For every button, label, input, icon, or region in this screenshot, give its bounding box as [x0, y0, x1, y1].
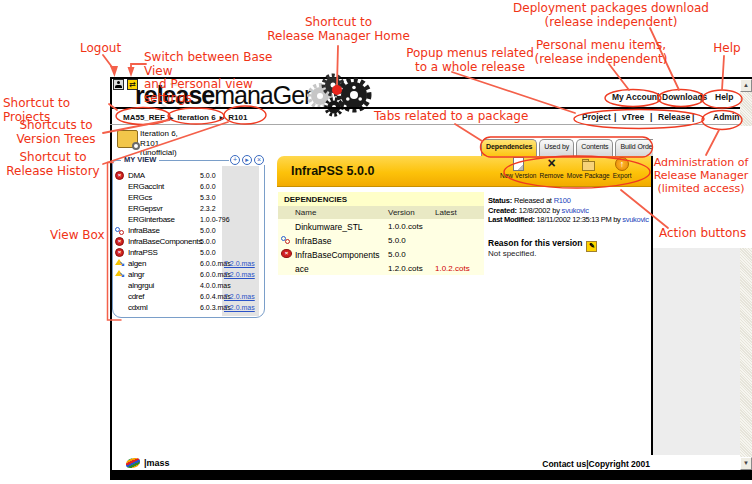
edit-reason-icon[interactable] — [586, 241, 597, 252]
package-name: cdref — [128, 292, 144, 301]
logout-icon[interactable] — [113, 79, 124, 90]
action-label: Move Package — [567, 172, 610, 179]
package-version: 6.0.0 — [200, 183, 216, 190]
status-text: Released at — [512, 196, 554, 205]
remove-button[interactable]: Remove — [540, 157, 564, 179]
breadcrumb-separator-icon: ▶ — [169, 114, 174, 121]
remove-icon — [545, 157, 559, 171]
menu-pipe: | — [614, 112, 616, 122]
package-tabs: Dependencies Used by Contents Build Orde… — [481, 139, 660, 156]
view-item-row: InfraBase5.0.0 — [113, 225, 263, 236]
link-icon — [281, 235, 292, 244]
view-item-row: InfraPSS5.0.0 — [113, 247, 263, 258]
breadcrumb-release[interactable]: R101 — [228, 113, 247, 122]
contact-us-link[interactable]: Contact us — [542, 459, 586, 469]
view-item-row: cdxml6.0.3.mas7.2.0.mas — [113, 302, 263, 313]
created-label: Created: — [488, 206, 517, 215]
excluded-icon — [115, 171, 124, 180]
action-label: Remove — [540, 172, 564, 179]
annotation-switch-view: Switch between Base View and Personal vi… — [144, 51, 299, 105]
modified-line: Last Modified: 18/11/2002 12:35:13 PM by… — [488, 215, 649, 224]
package-name: alngr — [128, 270, 144, 279]
close-icon[interactable] — [254, 155, 264, 165]
table-row: InfraBaseComponents5.0.0 — [278, 247, 484, 261]
tab-used-by[interactable]: Used by — [539, 139, 574, 156]
table-row: Dinkumware_STL1.0.0.cots — [278, 219, 484, 233]
tab-dependencies[interactable]: Dependencies — [481, 139, 537, 156]
package-version: 5.0.0 — [200, 172, 216, 179]
package-version: 5.0.0 — [200, 249, 216, 256]
latest-version-link[interactable]: 7.2.0.mas — [224, 271, 255, 278]
dependency-version: 1.0.0.cots — [388, 222, 423, 231]
package-title: InfraPSS 5.0.0 — [291, 164, 374, 178]
annotation-deploy: Deployment packages download (release in… — [512, 2, 710, 29]
help-button[interactable]: Help — [715, 92, 733, 102]
view-box-controls — [229, 155, 265, 165]
copyright-text: Copyright 2001 — [589, 459, 650, 469]
package-name: algen — [128, 259, 146, 268]
menu-separator: | — [657, 92, 659, 102]
column-latest: Latest — [435, 208, 457, 217]
tree-item-release[interactable]: Iteration 6, R101 (unofficial) — [140, 129, 178, 158]
modified-label: Last Modified: — [488, 215, 535, 224]
annotation-history: Shortcut to Release History — [2, 151, 104, 178]
tab-contents[interactable]: Contents — [576, 139, 613, 156]
annotation-vtrees: Shortcuts to Version Trees — [10, 119, 102, 146]
menu-project[interactable]: Project — [582, 112, 611, 122]
export-button[interactable]: Export — [613, 157, 632, 179]
breadcrumb-separator-icon: ▶ — [220, 114, 225, 121]
excluded-icon — [115, 248, 124, 257]
latest-version-link[interactable]: 7.2.0.mas — [224, 260, 255, 267]
dependencies-rows: Dinkumware_STL1.0.0.cots InfraBase5.0.0 … — [278, 219, 484, 275]
dependency-version: 1.2.0.cots — [388, 264, 423, 273]
menu-release[interactable]: Release — [658, 112, 690, 122]
excluded-icon — [281, 249, 292, 258]
view-item-row: alngrgui4.0.0.mas — [113, 280, 263, 291]
package-name: DMA — [128, 171, 145, 180]
breadcrumb-vtree[interactable]: Iteration 6 — [177, 113, 215, 122]
annotation-popup: Popup menus related to a whole release — [405, 47, 535, 74]
expand-icon[interactable] — [242, 155, 252, 165]
annotation-arrowhead-logout — [110, 66, 118, 77]
view-box: DMA5.0.0 ERGaccInt6.0.0 ERGcs5.3.0 ERGep… — [112, 160, 265, 318]
release-link[interactable]: R100 — [554, 196, 571, 205]
branch-icon — [115, 270, 126, 279]
action-buttons: New Version Remove Move Package Export — [500, 157, 632, 179]
column-version: Version — [388, 208, 415, 217]
action-label: Export — [613, 172, 632, 179]
menu-vtree[interactable]: vTree — [622, 112, 644, 122]
my-account-button[interactable]: My Account — [612, 92, 660, 102]
dependency-name: InfraBase — [295, 236, 331, 246]
breadcrumb-project[interactable]: MA55_REF — [123, 113, 165, 122]
window-bottom-bar — [110, 470, 752, 480]
package-name: InfraPSS — [128, 248, 158, 257]
dependencies-table: DEPENDENCIES Name Version Latest Dinkumw… — [278, 192, 484, 275]
dependency-version: 5.0.0 — [388, 250, 406, 259]
package-version: 2.3.2 — [200, 205, 216, 212]
package-version: 4.0.0.mas — [200, 282, 231, 289]
menu-pipe: | — [692, 112, 694, 122]
view-item-row: cdref6.0.4.mas7.2.0.mas — [113, 291, 263, 302]
scroll-up-icon[interactable]: ▲ — [740, 79, 752, 92]
latest-version-link[interactable]: 7.2.0.mas — [224, 293, 255, 300]
view-item-row: ERGcs5.3.0 — [113, 192, 263, 203]
annotation-line-logout — [103, 55, 112, 67]
package-name: ERGepsvr — [128, 204, 163, 213]
user-link[interactable]: svukovic — [622, 215, 648, 224]
new-version-button[interactable]: New Version — [500, 157, 537, 179]
menu-admin[interactable]: Admin — [713, 112, 739, 122]
created-line: Created: 12/8/2002 by svukovic — [488, 206, 589, 215]
new-version-icon — [511, 157, 525, 171]
latest-version-link[interactable]: 7.2.0.mas — [224, 304, 255, 311]
menu-separator: | — [700, 92, 702, 102]
view-item-row: DMA5.0.0 — [113, 170, 263, 181]
user-link[interactable]: svukovic — [562, 206, 589, 215]
view-item-row: alngr6.0.0.mas7.2.0.mas — [113, 269, 263, 280]
package-name: ERGcs — [128, 193, 152, 202]
breadcrumb: MA55_REF ▶ Iteration 6 ▶ R101 — [123, 113, 247, 122]
scroll-down-icon[interactable]: ▼ — [740, 457, 752, 470]
add-icon[interactable] — [230, 155, 240, 165]
created-text: 12/8/2002 by — [517, 206, 562, 215]
annotation-admin: Administration of Release Manager (limit… — [650, 156, 752, 195]
move-package-button[interactable]: Move Package — [567, 157, 610, 179]
